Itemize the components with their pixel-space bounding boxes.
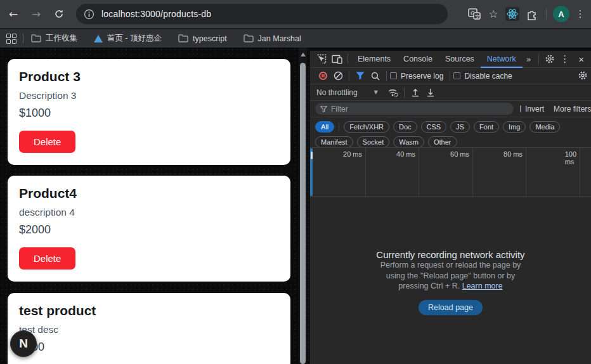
chip-socket[interactable]: Socket (357, 136, 390, 148)
bookmark-homepage[interactable]: 首页 - 顶好惠企 (94, 33, 162, 44)
invert-checkbox[interactable] (520, 105, 521, 112)
chip-media[interactable]: Media (529, 121, 560, 133)
clear-icon[interactable] (330, 69, 346, 83)
bookmark-label: 首页 - 顶好惠企 (107, 33, 162, 44)
extensions-puzzle-icon[interactable] (523, 6, 540, 22)
product-price: $1000 (19, 107, 279, 120)
devtools-menu-icon[interactable]: ⋮ (557, 52, 573, 66)
network-conditions-icon[interactable] (386, 86, 401, 100)
chip-js[interactable]: JS (450, 121, 470, 133)
filter-input-container[interactable] (315, 103, 514, 115)
network-settings-gear-icon[interactable] (578, 70, 588, 81)
network-overview-timeline[interactable]: 20 ms 40 ms 60 ms 80 ms 100 ms (310, 148, 591, 197)
timeline-gridline (419, 148, 419, 197)
devtools-tabbar: Elements Console Sources Network » ⋮ × (310, 51, 591, 68)
disable-cache-checkbox[interactable] (453, 72, 460, 79)
folder-icon (178, 34, 188, 42)
product-price: $100 (19, 341, 279, 354)
tab-console[interactable]: Console (397, 51, 439, 68)
delete-button[interactable]: Delete (19, 131, 75, 153)
chip-font[interactable]: Font (474, 121, 499, 133)
filter-funnel-icon[interactable] (353, 69, 368, 83)
timeline-tick: 100 ms (565, 150, 580, 166)
chip-other[interactable]: Other (428, 136, 457, 148)
export-har-icon[interactable] (423, 86, 438, 100)
toolbar-separator (450, 71, 450, 81)
record-icon[interactable] (315, 69, 330, 83)
chevron-down-icon: ▼ (374, 89, 378, 95)
chip-separator (339, 122, 339, 131)
timeline-tick: 60 ms (450, 150, 472, 158)
site-favicon (94, 35, 103, 42)
chip-wasm[interactable]: Wasm (393, 136, 424, 148)
site-info-icon[interactable] (84, 9, 94, 20)
reload-page-button[interactable]: Reload page (419, 300, 483, 315)
recording-message-line: pressing Ctrl + R. Learn more (310, 281, 591, 292)
devtools-panel: Elements Console Sources Network » ⋮ × (309, 51, 591, 364)
product-card: test product test desc $100 Delete (8, 293, 290, 364)
chip-img[interactable]: Img (503, 121, 526, 133)
delete-button[interactable]: Delete (19, 247, 75, 270)
back-icon[interactable]: ← (4, 4, 23, 23)
chip-css[interactable]: CSS (421, 121, 447, 133)
timeline-gridline (526, 148, 526, 197)
forward-icon[interactable]: → (27, 4, 46, 23)
tab-sources[interactable]: Sources (439, 51, 481, 68)
disable-cache-label: Disable cache (464, 72, 512, 81)
network-panel-body: Currently recording network activity Per… (310, 197, 591, 363)
apps-grid-icon[interactable] (6, 34, 16, 44)
inspect-element-icon[interactable] (314, 52, 329, 66)
throttling-select[interactable]: No throttling ▼ (316, 88, 378, 97)
overview-resize-handle[interactable] (310, 148, 313, 196)
timeline-gridline (580, 148, 580, 197)
bookmark-folder-typescript[interactable]: typescript (178, 34, 227, 43)
network-toolbar: Preserve log Disable cache (310, 68, 591, 84)
chip-fetch-xhr[interactable]: Fetch/XHR (344, 121, 389, 133)
device-toolbar-icon[interactable] (329, 52, 344, 66)
browser-menu-icon[interactable]: ⋮ (572, 6, 588, 22)
toolbar-separator (386, 71, 387, 81)
chip-doc[interactable]: Doc (393, 121, 417, 133)
product-description: test desc (19, 324, 279, 335)
svg-text:文: 文 (475, 14, 480, 20)
tab-elements[interactable]: Elements (351, 51, 397, 68)
filter-input[interactable] (331, 105, 509, 114)
learn-more-link[interactable]: Learn more (462, 282, 503, 290)
chip-manifest[interactable]: Manifest (315, 136, 353, 148)
address-bar[interactable]: localhost:3000/products-db (76, 4, 448, 24)
tab-network[interactable]: Network (481, 51, 523, 68)
timeline-tick: 80 ms (503, 150, 526, 158)
invert-label: Invert (525, 105, 544, 114)
reload-icon[interactable] (49, 4, 68, 23)
preserve-log-checkbox[interactable] (390, 72, 397, 79)
bookmark-star-icon[interactable]: ☆ (485, 6, 502, 22)
product-title: Product4 (19, 186, 279, 201)
product-description: Description 3 (19, 90, 279, 101)
request-type-chips: All Fetch/XHR Doc CSS JS Font Img Media … (310, 117, 591, 148)
product-card: Product 3 Description 3 $1000 Delete (8, 59, 290, 165)
throttling-value: No throttling (316, 88, 358, 97)
close-devtools-icon[interactable]: × (574, 52, 589, 66)
more-filters-button[interactable]: More filters ▼ (554, 105, 591, 114)
recording-message-line: Perform a request or reload the page by (310, 260, 591, 271)
recording-message-prefix: pressing Ctrl + R. (398, 282, 462, 290)
bookmark-folder-work[interactable]: 工作收集 (31, 33, 77, 44)
import-har-icon[interactable] (408, 86, 423, 100)
react-devtools-extension-icon[interactable] (504, 6, 521, 22)
browser-toolbar: ← → localhost:3000/products-db G 文 (0, 0, 591, 29)
page-scrollbar-thumb[interactable] (300, 63, 306, 364)
toolbar-separator (546, 8, 547, 20)
scrollbar-up-arrow-icon[interactable] (301, 53, 306, 56)
nextjs-dev-badge[interactable]: N (10, 330, 37, 357)
more-filters-label: More filters (554, 105, 591, 114)
devtools-settings-gear-icon[interactable] (542, 52, 557, 66)
bookmarks-bar: 工作收集 首页 - 顶好惠企 typescript Jan Marshal (0, 29, 591, 48)
translate-icon[interactable]: G 文 (466, 6, 483, 22)
chip-all[interactable]: All (315, 121, 334, 133)
toolbar-actions: G 文 ☆ (466, 6, 588, 22)
bookmark-folder-jan-marshal[interactable]: Jan Marshal (244, 34, 301, 43)
profile-avatar[interactable]: A (553, 6, 569, 22)
url-text: localhost:3000/products-db (101, 9, 211, 19)
more-tabs-icon[interactable]: » (523, 55, 535, 64)
search-icon[interactable] (368, 69, 383, 83)
